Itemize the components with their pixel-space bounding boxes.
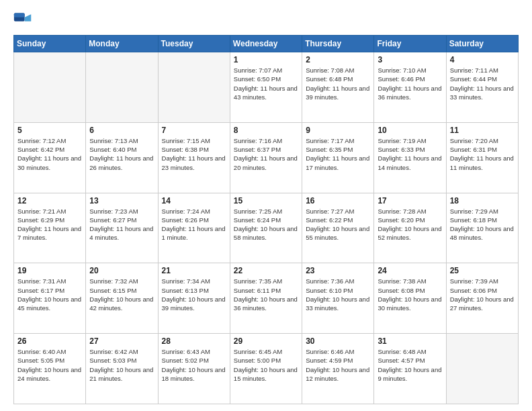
calendar-day-header: Tuesday xyxy=(158,36,230,52)
day-number: 10 xyxy=(378,126,442,135)
calendar-cell: 2Sunrise: 7:08 AM Sunset: 6:48 PM Daylig… xyxy=(302,52,374,123)
day-info: Sunrise: 7:23 AM Sunset: 6:27 PM Dayligh… xyxy=(89,207,154,242)
calendar-cell: 7Sunrise: 7:15 AM Sunset: 6:38 PM Daylig… xyxy=(158,122,230,193)
calendar-day-header: Friday xyxy=(374,36,446,52)
day-info: Sunrise: 6:40 AM Sunset: 5:05 PM Dayligh… xyxy=(17,347,82,383)
day-info: Sunrise: 6:43 AM Sunset: 5:02 PM Dayligh… xyxy=(162,347,226,383)
day-info: Sunrise: 7:32 AM Sunset: 6:15 PM Dayligh… xyxy=(89,277,154,312)
day-info: Sunrise: 7:17 AM Sunset: 6:35 PM Dayligh… xyxy=(306,136,370,172)
calendar-week-row: 26Sunrise: 6:40 AM Sunset: 5:05 PM Dayli… xyxy=(14,334,519,404)
day-number: 1 xyxy=(234,55,298,64)
day-info: Sunrise: 7:16 AM Sunset: 6:37 PM Dayligh… xyxy=(234,136,298,172)
day-number: 2 xyxy=(306,55,370,64)
calendar-cell: 15Sunrise: 7:25 AM Sunset: 6:24 PM Dayli… xyxy=(230,193,302,263)
day-number: 27 xyxy=(89,336,154,346)
calendar-cell: 22Sunrise: 7:35 AM Sunset: 6:11 PM Dayli… xyxy=(230,263,302,334)
day-info: Sunrise: 6:42 AM Sunset: 5:03 PM Dayligh… xyxy=(89,347,154,383)
day-info: Sunrise: 7:10 AM Sunset: 6:46 PM Dayligh… xyxy=(378,66,442,101)
calendar-cell: 17Sunrise: 7:28 AM Sunset: 6:20 PM Dayli… xyxy=(374,193,446,263)
svg-marker-2 xyxy=(25,14,32,21)
day-number: 30 xyxy=(306,336,370,346)
calendar-day-header: Saturday xyxy=(446,36,518,52)
calendar-cell xyxy=(446,334,518,404)
calendar-day-header: Monday xyxy=(86,36,158,52)
calendar-table: SundayMondayTuesdayWednesdayThursdayFrid… xyxy=(13,35,519,404)
calendar-cell xyxy=(14,52,86,123)
day-info: Sunrise: 7:34 AM Sunset: 6:13 PM Dayligh… xyxy=(162,277,226,312)
calendar-cell: 31Sunrise: 6:48 AM Sunset: 4:57 PM Dayli… xyxy=(374,334,446,404)
day-number: 23 xyxy=(306,266,370,275)
calendar-cell: 23Sunrise: 7:36 AM Sunset: 6:10 PM Dayli… xyxy=(302,263,374,334)
day-number: 3 xyxy=(378,55,442,64)
day-number: 24 xyxy=(378,266,442,275)
calendar-cell: 12Sunrise: 7:21 AM Sunset: 6:29 PM Dayli… xyxy=(14,193,86,263)
day-info: Sunrise: 7:11 AM Sunset: 6:44 PM Dayligh… xyxy=(450,66,515,101)
calendar-cell: 19Sunrise: 7:31 AM Sunset: 6:17 PM Dayli… xyxy=(14,263,86,334)
day-number: 26 xyxy=(17,336,82,346)
calendar-week-row: 12Sunrise: 7:21 AM Sunset: 6:29 PM Dayli… xyxy=(14,193,519,263)
day-info: Sunrise: 7:07 AM Sunset: 6:50 PM Dayligh… xyxy=(234,66,298,101)
day-info: Sunrise: 7:08 AM Sunset: 6:48 PM Dayligh… xyxy=(306,66,370,101)
day-info: Sunrise: 7:25 AM Sunset: 6:24 PM Dayligh… xyxy=(234,207,298,242)
calendar-cell xyxy=(86,52,158,123)
calendar-cell: 18Sunrise: 7:29 AM Sunset: 6:18 PM Dayli… xyxy=(446,193,518,263)
day-number: 4 xyxy=(450,55,515,64)
day-info: Sunrise: 7:24 AM Sunset: 6:26 PM Dayligh… xyxy=(162,207,226,242)
calendar-cell: 1Sunrise: 7:07 AM Sunset: 6:50 PM Daylig… xyxy=(230,52,302,123)
day-info: Sunrise: 7:21 AM Sunset: 6:29 PM Dayligh… xyxy=(17,207,82,242)
calendar-cell: 6Sunrise: 7:13 AM Sunset: 6:40 PM Daylig… xyxy=(86,122,158,193)
day-info: Sunrise: 6:48 AM Sunset: 4:57 PM Dayligh… xyxy=(378,347,442,383)
calendar-cell: 24Sunrise: 7:38 AM Sunset: 6:08 PM Dayli… xyxy=(374,263,446,334)
logo-icon xyxy=(13,11,32,30)
day-info: Sunrise: 6:45 AM Sunset: 5:00 PM Dayligh… xyxy=(234,347,298,383)
calendar-cell: 26Sunrise: 6:40 AM Sunset: 5:05 PM Dayli… xyxy=(14,334,86,404)
calendar-week-row: 1Sunrise: 7:07 AM Sunset: 6:50 PM Daylig… xyxy=(14,52,519,123)
day-info: Sunrise: 7:20 AM Sunset: 6:31 PM Dayligh… xyxy=(450,136,515,172)
calendar-cell: 11Sunrise: 7:20 AM Sunset: 6:31 PM Dayli… xyxy=(446,122,518,193)
calendar-header-row: SundayMondayTuesdayWednesdayThursdayFrid… xyxy=(14,36,519,52)
day-number: 15 xyxy=(234,196,298,205)
calendar-cell: 13Sunrise: 7:23 AM Sunset: 6:27 PM Dayli… xyxy=(86,193,158,263)
day-info: Sunrise: 7:12 AM Sunset: 6:42 PM Dayligh… xyxy=(17,136,82,172)
day-info: Sunrise: 7:13 AM Sunset: 6:40 PM Dayligh… xyxy=(89,136,154,172)
page-header xyxy=(13,11,519,30)
calendar-body: 1Sunrise: 7:07 AM Sunset: 6:50 PM Daylig… xyxy=(14,52,519,404)
svg-rect-1 xyxy=(14,13,25,17)
calendar-day-header: Sunday xyxy=(14,36,86,52)
day-number: 21 xyxy=(162,266,226,275)
day-info: Sunrise: 7:38 AM Sunset: 6:08 PM Dayligh… xyxy=(378,277,442,312)
day-number: 28 xyxy=(162,336,226,346)
calendar-cell: 20Sunrise: 7:32 AM Sunset: 6:15 PM Dayli… xyxy=(86,263,158,334)
calendar-cell: 25Sunrise: 7:39 AM Sunset: 6:06 PM Dayli… xyxy=(446,263,518,334)
day-number: 29 xyxy=(234,336,298,346)
calendar-day-header: Thursday xyxy=(302,36,374,52)
calendar-cell: 3Sunrise: 7:10 AM Sunset: 6:46 PM Daylig… xyxy=(374,52,446,123)
day-number: 20 xyxy=(89,266,154,275)
day-number: 22 xyxy=(234,266,298,275)
calendar-cell: 10Sunrise: 7:19 AM Sunset: 6:33 PM Dayli… xyxy=(374,122,446,193)
day-number: 7 xyxy=(162,126,226,135)
calendar-cell xyxy=(158,52,230,123)
day-info: Sunrise: 6:46 AM Sunset: 4:59 PM Dayligh… xyxy=(306,347,370,383)
day-number: 19 xyxy=(17,266,82,275)
calendar-cell: 8Sunrise: 7:16 AM Sunset: 6:37 PM Daylig… xyxy=(230,122,302,193)
day-info: Sunrise: 7:35 AM Sunset: 6:11 PM Dayligh… xyxy=(234,277,298,312)
day-info: Sunrise: 7:19 AM Sunset: 6:33 PM Dayligh… xyxy=(378,136,442,172)
logo xyxy=(13,11,35,30)
day-info: Sunrise: 7:27 AM Sunset: 6:22 PM Dayligh… xyxy=(306,207,370,242)
day-number: 9 xyxy=(306,126,370,135)
day-info: Sunrise: 7:15 AM Sunset: 6:38 PM Dayligh… xyxy=(162,136,226,172)
calendar-cell: 28Sunrise: 6:43 AM Sunset: 5:02 PM Dayli… xyxy=(158,334,230,404)
day-number: 5 xyxy=(17,126,82,135)
calendar-cell: 16Sunrise: 7:27 AM Sunset: 6:22 PM Dayli… xyxy=(302,193,374,263)
day-info: Sunrise: 7:39 AM Sunset: 6:06 PM Dayligh… xyxy=(450,277,515,312)
calendar-day-header: Wednesday xyxy=(230,36,302,52)
calendar-week-row: 5Sunrise: 7:12 AM Sunset: 6:42 PM Daylig… xyxy=(14,122,519,193)
calendar-cell: 5Sunrise: 7:12 AM Sunset: 6:42 PM Daylig… xyxy=(14,122,86,193)
day-number: 13 xyxy=(89,196,154,205)
day-number: 31 xyxy=(378,336,442,346)
day-number: 8 xyxy=(234,126,298,135)
day-number: 16 xyxy=(306,196,370,205)
day-info: Sunrise: 7:28 AM Sunset: 6:20 PM Dayligh… xyxy=(378,207,442,242)
calendar-week-row: 19Sunrise: 7:31 AM Sunset: 6:17 PM Dayli… xyxy=(14,263,519,334)
